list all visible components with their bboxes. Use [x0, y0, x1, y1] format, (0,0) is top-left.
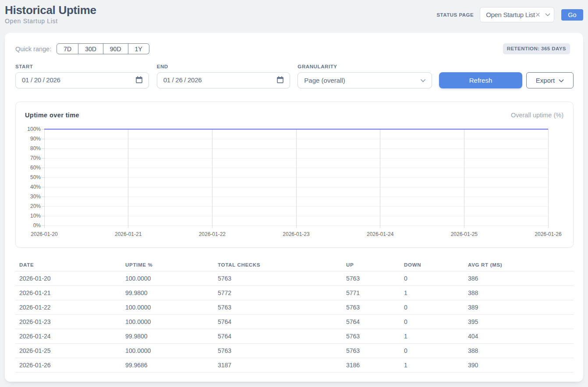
actions: Refresh Export: [439, 64, 574, 88]
table-cell: 2026-01-25: [15, 344, 121, 358]
y-axis-label: 30%: [30, 194, 41, 200]
y-axis-label: 60%: [30, 165, 41, 171]
table-cell: 99.9800: [121, 286, 214, 300]
uptime-table: DATEUPTIME %TOTAL CHECKSUPDOWNAVG RT (MS…: [15, 258, 574, 373]
column-header: UPTIME %: [121, 258, 214, 271]
table-cell: 1: [400, 329, 464, 344]
table-cell: 386: [464, 271, 574, 286]
y-axis-label: 50%: [30, 174, 41, 180]
table-cell: 1: [400, 358, 464, 373]
page-subtitle: Open Startup List: [5, 18, 96, 25]
granularity-select[interactable]: Page (overall): [298, 72, 432, 88]
table-cell: 395: [464, 315, 574, 329]
table-cell: 2026-01-24: [15, 329, 121, 344]
filters-row: START 01 / 20 / 2026 END: [15, 64, 574, 88]
table-cell: 404: [464, 329, 574, 344]
column-header: UP: [342, 258, 400, 271]
quick-range-1y-button[interactable]: 1Y: [128, 43, 149, 54]
chart-title: Uptime over time: [25, 112, 79, 119]
page: Historical Uptime Open Startup List STAT…: [0, 0, 588, 382]
export-button[interactable]: Export: [526, 72, 574, 88]
chevron-down-icon: [559, 77, 564, 84]
y-axis-label: 10%: [30, 213, 41, 219]
end-label: END: [157, 64, 290, 69]
end-date-input[interactable]: 01 / 26 / 2026: [157, 72, 290, 88]
x-axis-label: 2026-01-21: [115, 231, 142, 237]
table-row: 2026-01-20100.0000576357630386: [15, 271, 574, 286]
x-axis-label: 2026-01-22: [199, 231, 226, 237]
calendar-icon[interactable]: [276, 76, 284, 85]
table-cell: 2026-01-22: [15, 300, 121, 315]
y-axis-label: 20%: [30, 203, 41, 209]
chevron-down-icon: [545, 13, 550, 17]
table-cell: 99.9686: [121, 358, 214, 373]
table-cell: 3186: [342, 358, 400, 373]
go-button[interactable]: Go: [561, 9, 583, 21]
table-cell: 5763: [342, 329, 400, 344]
table-cell: 390: [464, 358, 574, 373]
uptime-chart-card: Uptime over time Overall uptime (%) 0%10…: [15, 102, 574, 248]
uptime-line-chart[interactable]: 0%10%20%30%40%50%60%70%80%90%100%2026-01…: [16, 123, 573, 246]
table-cell: 389: [464, 300, 574, 315]
chart-header: Uptime over time Overall uptime (%): [16, 102, 573, 119]
table-cell: 5764: [342, 315, 400, 329]
table-cell: 1: [400, 286, 464, 300]
y-axis-label: 100%: [27, 126, 41, 132]
quick-range-7d-button[interactable]: 7D: [57, 43, 78, 54]
table-cell: 0: [400, 271, 464, 286]
page-title: Historical Uptime: [5, 4, 96, 16]
table-cell: 5763: [342, 271, 400, 286]
y-axis-label: 40%: [30, 184, 41, 190]
quick-range-group: 7D 30D 90D 1Y: [57, 43, 149, 54]
top-header: Historical Uptime Open Startup List STAT…: [5, 0, 583, 33]
table-cell: 0: [400, 344, 464, 358]
table-cell: 100.0000: [121, 344, 214, 358]
column-header: AVG RT (MS): [464, 258, 574, 271]
table-row: 2026-01-2499.9800576457631404: [15, 329, 574, 344]
main-card: Quick range: 7D 30D 90D 1Y RETENTION: 36…: [5, 33, 583, 382]
quick-range-row: Quick range: 7D 30D 90D 1Y RETENTION: 36…: [15, 43, 574, 54]
table-cell: 2026-01-20: [15, 271, 121, 286]
status-page-cluster: STATUS PAGE Open Startup List Go: [436, 7, 583, 22]
table-cell: 5763: [214, 344, 342, 358]
table-cell: 100.0000: [121, 271, 214, 286]
table-cell: 5772: [214, 286, 342, 300]
table-cell: 388: [464, 286, 574, 300]
table-cell: 100.0000: [121, 315, 214, 329]
status-page-select[interactable]: Open Startup List: [480, 7, 554, 22]
x-axis-label: 2026-01-20: [31, 231, 58, 237]
y-axis-label: 0%: [33, 222, 41, 229]
x-axis-label: 2026-01-24: [367, 231, 394, 237]
table-cell: 2026-01-26: [15, 358, 121, 373]
table-cell: 5763: [214, 271, 342, 286]
chart-right-label: Overall uptime (%): [511, 112, 563, 119]
table-cell: 5763: [342, 344, 400, 358]
clear-selection-icon[interactable]: [535, 12, 541, 18]
table-cell: 5764: [214, 315, 342, 329]
x-axis-label: 2026-01-25: [451, 231, 478, 237]
retention-badge: RETENTION: 365 DAYS: [503, 43, 570, 54]
column-header: DATE: [15, 258, 121, 271]
start-label: START: [15, 64, 149, 69]
table-cell: 2026-01-21: [15, 286, 121, 300]
table-cell: 0: [400, 315, 464, 329]
table-cell: 2026-01-23: [15, 315, 121, 329]
chevron-down-icon: [420, 77, 426, 84]
status-page-label: STATUS PAGE: [436, 12, 474, 18]
table-cell: 5771: [342, 286, 400, 300]
table-cell: 5763: [214, 300, 342, 315]
table-cell: 388: [464, 344, 574, 358]
table-row: 2026-01-22100.0000576357630389: [15, 300, 574, 315]
y-axis-label: 80%: [30, 145, 41, 151]
quick-range-90d-button[interactable]: 90D: [103, 43, 128, 54]
start-date-input[interactable]: 01 / 20 / 2026: [15, 72, 149, 88]
granularity-field: GRANULARITY Page (overall): [298, 64, 432, 88]
quick-range-30d-button[interactable]: 30D: [78, 43, 103, 54]
table-row: 2026-01-25100.0000576357630388: [15, 344, 574, 358]
refresh-button[interactable]: Refresh: [439, 72, 522, 88]
title-block: Historical Uptime Open Startup List: [5, 4, 96, 25]
calendar-icon[interactable]: [135, 76, 143, 85]
table-row: 2026-01-2699.9686318731861390: [15, 358, 574, 373]
x-axis-label: 2026-01-26: [535, 231, 562, 237]
x-axis-label: 2026-01-23: [283, 231, 310, 237]
